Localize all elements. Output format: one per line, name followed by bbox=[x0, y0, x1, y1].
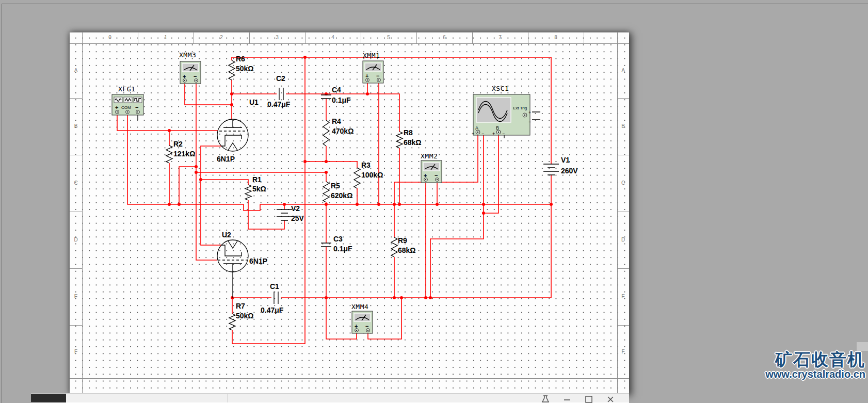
label-R3-val[interactable]: 100kΩ bbox=[361, 171, 383, 179]
ext-trig-label: Ext Trig bbox=[513, 106, 527, 110]
function-generator-xfg1[interactable]: + COM − bbox=[112, 94, 143, 115]
label-V2-ref[interactable]: V2 bbox=[291, 204, 300, 213]
xfg1-minus-label: − bbox=[135, 104, 138, 110]
resistor-R9 bbox=[391, 237, 397, 257]
label-U2-part[interactable]: 6N1P bbox=[249, 257, 267, 265]
label-C2-val[interactable]: 0.47μF bbox=[267, 100, 291, 108]
minimize-icon[interactable] bbox=[562, 395, 572, 403]
resistor-R8 bbox=[396, 132, 403, 148]
ext-trig-minus: − bbox=[528, 119, 531, 124]
pin-stubs bbox=[138, 114, 504, 138]
channel-b-minus: − bbox=[502, 131, 505, 136]
multimeter-xmm4[interactable]: + − bbox=[352, 311, 373, 333]
label-R9-ref[interactable]: R9 bbox=[398, 236, 407, 245]
tube-U1[interactable] bbox=[217, 119, 248, 151]
component-labels: R1 5kΩ R2 121kΩ R3 100kΩ R4 470kΩ R5 620… bbox=[118, 51, 578, 320]
label-R6-val[interactable]: 50kΩ bbox=[236, 65, 254, 73]
xfg1-com-label: COM bbox=[121, 105, 131, 110]
label-V1-val[interactable]: 260V bbox=[561, 167, 578, 175]
channel-a-label: A bbox=[475, 125, 478, 131]
scroll-corner bbox=[857, 342, 868, 351]
resistor-R6 bbox=[229, 60, 235, 80]
label-R6-ref[interactable]: R6 bbox=[236, 55, 245, 63]
capacitor-symbols[interactable] bbox=[274, 88, 331, 304]
label-XMM1[interactable]: XMM1 bbox=[363, 52, 380, 59]
label-R1-val[interactable]: 5kΩ bbox=[252, 185, 266, 193]
capacitor-C2 bbox=[279, 88, 283, 100]
label-XFG1[interactable]: XFG1 bbox=[118, 85, 135, 93]
multimeter-xmm1[interactable]: + − bbox=[363, 61, 383, 83]
label-R5-ref[interactable]: R5 bbox=[331, 182, 340, 190]
label-R8-ref[interactable]: R8 bbox=[404, 128, 413, 137]
triangle-wave-icon[interactable] bbox=[124, 97, 132, 103]
xfg1-plus-label: + bbox=[115, 104, 118, 110]
label-R2-val[interactable]: 121kΩ bbox=[173, 150, 195, 158]
label-U2-ref[interactable]: U2 bbox=[222, 231, 231, 239]
ext-trig-plus: + bbox=[528, 110, 531, 115]
label-R3-ref[interactable]: R3 bbox=[361, 161, 371, 169]
channel-a-plus: + bbox=[472, 131, 474, 136]
label-R5-val[interactable]: 620kΩ bbox=[331, 191, 352, 200]
channel-b-label: B bbox=[496, 125, 499, 131]
oscilloscope-xsc1[interactable]: Ext Trig + − A B + − + − bbox=[472, 94, 540, 136]
flask-icon[interactable] bbox=[541, 395, 550, 403]
label-C1-val[interactable]: 0.47μF bbox=[261, 306, 284, 314]
battery-V2 bbox=[277, 209, 292, 220]
channel-b-plus: + bbox=[492, 131, 495, 136]
label-R2-ref[interactable]: R2 bbox=[173, 140, 183, 148]
label-R9-val[interactable]: 68kΩ bbox=[398, 246, 416, 254]
resistor-R2 bbox=[166, 146, 172, 163]
label-C3-val[interactable]: 0.1μF bbox=[333, 245, 352, 253]
label-XSC1[interactable]: XSC1 bbox=[492, 85, 509, 92]
label-C1-ref[interactable]: C1 bbox=[270, 282, 279, 291]
close-icon[interactable] bbox=[606, 395, 615, 403]
resistor-R4 bbox=[323, 120, 329, 146]
bottom-window-bar bbox=[31, 393, 629, 403]
design-toolbox-corner bbox=[31, 394, 66, 402]
label-XMM3[interactable]: XMM3 bbox=[179, 51, 196, 59]
label-R4-val[interactable]: 470kΩ bbox=[332, 127, 353, 135]
label-C4-ref[interactable]: C4 bbox=[332, 86, 341, 94]
battery-V1 bbox=[543, 164, 559, 175]
capacitor-C4 bbox=[321, 95, 331, 99]
label-XMM4[interactable]: XMM4 bbox=[351, 303, 368, 311]
capacitor-C1 bbox=[274, 292, 278, 304]
label-U1-ref[interactable]: U1 bbox=[249, 98, 259, 106]
label-V1-ref[interactable]: V1 bbox=[561, 156, 570, 164]
tube-U2[interactable] bbox=[217, 240, 248, 298]
resistor-R1 bbox=[245, 185, 251, 200]
label-C2-ref[interactable]: C2 bbox=[276, 74, 285, 83]
multimeter-xmm2[interactable]: + − bbox=[421, 160, 442, 183]
label-R7-val[interactable]: 50kΩ bbox=[236, 312, 254, 320]
resistor-R5 bbox=[323, 182, 329, 202]
maximize-icon[interactable] bbox=[584, 395, 593, 403]
resistor-R3 bbox=[354, 168, 360, 188]
label-C3-ref[interactable]: C3 bbox=[333, 235, 343, 243]
label-U1-part[interactable]: 6N1P bbox=[217, 155, 235, 163]
label-R1-ref[interactable]: R1 bbox=[252, 175, 262, 184]
label-R4-ref[interactable]: R4 bbox=[332, 117, 341, 125]
label-C4-val[interactable]: 0.1μF bbox=[332, 96, 351, 104]
scope-screen bbox=[476, 98, 511, 122]
label-R7-ref[interactable]: R7 bbox=[236, 302, 245, 310]
channel-a-minus: − bbox=[481, 131, 484, 136]
capacitor-C3 bbox=[321, 243, 331, 247]
label-R8-val[interactable]: 68kΩ bbox=[404, 138, 422, 147]
label-XMM2[interactable]: XMM2 bbox=[421, 152, 438, 160]
resistor-R7 bbox=[229, 314, 235, 330]
schematic-canvas[interactable]: + COM − + − + − + − bbox=[0, 0, 868, 403]
multimeter-xmm3[interactable]: + − bbox=[180, 61, 201, 84]
label-V2-val[interactable]: 25V bbox=[291, 214, 304, 222]
